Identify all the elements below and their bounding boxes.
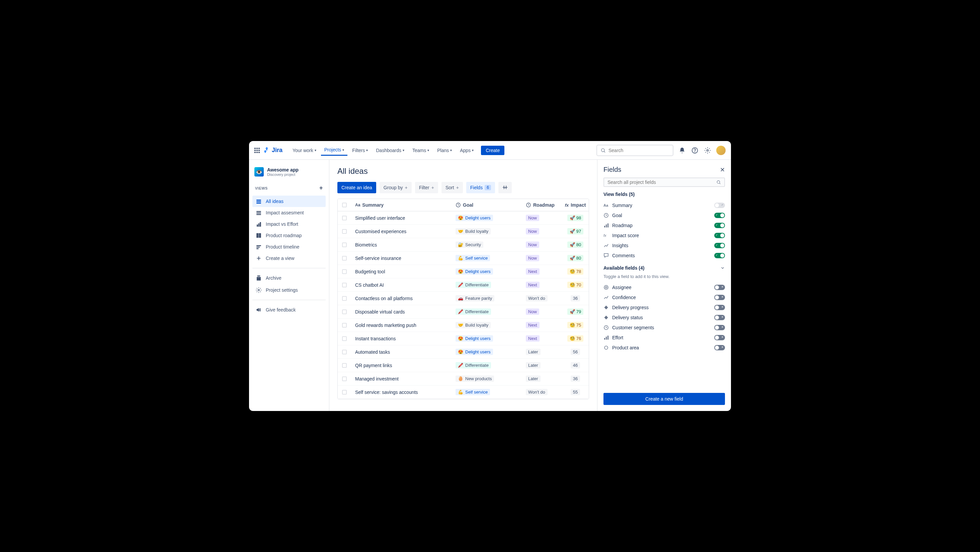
field-toggle[interactable]: ✓	[714, 243, 725, 248]
table-row[interactable]: Biometrics🔐SecurityNow🚀80	[338, 238, 589, 252]
roadmap-tag[interactable]: Next	[526, 282, 539, 288]
row-checkbox[interactable]	[342, 377, 347, 381]
automation-button[interactable]	[498, 182, 512, 193]
row-checkbox[interactable]	[342, 310, 347, 314]
table-row[interactable]: Instant transactions😍Delight usersNext🧐7…	[338, 332, 589, 345]
group-by-button[interactable]: Group by+	[380, 182, 412, 193]
roadmap-tag[interactable]: Later	[526, 375, 541, 382]
table-row[interactable]: Managed investment🥚New productsLater36	[338, 372, 589, 386]
row-checkbox[interactable]	[342, 216, 347, 220]
row-checkbox[interactable]	[342, 283, 347, 287]
field-toggle[interactable]: ✕	[714, 315, 725, 320]
goal-tag[interactable]: 🖍️Differentiate	[455, 362, 491, 369]
sidebar-view-impact-vs-effort[interactable]: Impact vs Effort	[252, 219, 326, 230]
row-checkbox[interactable]	[342, 390, 347, 394]
nav-your-work[interactable]: Your work▾	[289, 145, 320, 156]
row-checkbox[interactable]	[342, 229, 347, 234]
row-checkbox[interactable]	[342, 269, 347, 274]
goal-tag[interactable]: 💪Self service	[455, 255, 490, 261]
col-roadmap[interactable]: Roadmap	[522, 199, 562, 211]
global-search[interactable]	[597, 145, 673, 156]
create-idea-button[interactable]: Create an idea	[337, 182, 376, 193]
roadmap-tag[interactable]: Next	[526, 322, 539, 328]
row-checkbox[interactable]	[342, 256, 347, 261]
table-row[interactable]: Gold rewards marketing push🤝Build loyalt…	[338, 319, 589, 332]
roadmap-tag[interactable]: Next	[526, 335, 539, 341]
roadmap-tag[interactable]: Later	[526, 362, 541, 369]
project-header[interactable]: 👁️ Awesome app Discovery project	[252, 166, 326, 178]
field-toggle[interactable]: ✕	[714, 285, 725, 290]
sidebar-view-impact-assesment[interactable]: Impact assesment	[252, 207, 326, 219]
goal-tag[interactable]: 😍Delight users	[455, 268, 493, 274]
goal-tag[interactable]: 🥚New products	[455, 375, 494, 382]
col-summary[interactable]: AaSummary	[351, 199, 452, 211]
close-icon[interactable]: ✕	[720, 166, 725, 174]
table-row[interactable]: Contactless on all platforms🚗Feature par…	[338, 292, 589, 305]
table-row[interactable]: Self service: savings accounts💪Self serv…	[338, 386, 589, 399]
row-checkbox[interactable]	[342, 296, 347, 301]
goal-tag[interactable]: 😍Delight users	[455, 349, 493, 355]
jira-logo[interactable]: Jira	[264, 147, 283, 154]
row-checkbox[interactable]	[342, 350, 347, 354]
row-checkbox[interactable]	[342, 363, 347, 368]
sort-button[interactable]: Sort+	[441, 182, 463, 193]
row-checkbox[interactable]	[342, 336, 347, 341]
nav-plans[interactable]: Plans▾	[434, 145, 455, 156]
sidebar-view-create-a-view[interactable]: Create a view	[252, 252, 326, 264]
sidebar-view-all-ideas[interactable]: All ideas	[252, 196, 326, 207]
add-view-icon[interactable]: +	[319, 185, 323, 191]
table-row[interactable]: Budgeting tool😍Delight usersNext🧐78	[338, 265, 589, 278]
field-toggle[interactable]: ✓	[714, 253, 725, 258]
row-checkbox[interactable]	[342, 242, 347, 247]
sidebar-feedback[interactable]: Give feedback	[252, 304, 326, 316]
goal-tag[interactable]: 🤝Build loyalty	[455, 228, 491, 235]
goal-tag[interactable]: 😍Delight users	[455, 335, 493, 341]
app-switcher-icon[interactable]	[255, 148, 260, 153]
select-all-checkbox[interactable]	[342, 203, 347, 207]
table-row[interactable]: Automated tasks😍Delight usersLater56	[338, 345, 589, 359]
table-row[interactable]: Self-service insurance💪Self serviceNow🚀8…	[338, 252, 589, 265]
row-checkbox[interactable]	[342, 323, 347, 327]
nav-teams[interactable]: Teams▾	[409, 145, 433, 156]
nav-projects[interactable]: Projects▾	[321, 145, 348, 156]
fields-search[interactable]	[603, 177, 725, 187]
goal-tag[interactable]: 💪Self service	[455, 389, 490, 395]
create-field-button[interactable]: Create a new field	[603, 393, 725, 405]
roadmap-tag[interactable]: Won't do	[526, 389, 547, 395]
user-avatar[interactable]	[716, 146, 725, 155]
field-toggle[interactable]: ✕	[714, 305, 725, 310]
goal-tag[interactable]: 😍Delight users	[455, 215, 493, 221]
roadmap-tag[interactable]: Now	[526, 215, 539, 221]
sidebar-view-product-roadmap[interactable]: Product roadmap	[252, 230, 326, 241]
filter-button[interactable]: Filter+	[415, 182, 438, 193]
nav-dashboards[interactable]: Dashboards▾	[372, 145, 408, 156]
table-row[interactable]: CS chatbot AI🖍️DifferentiateNext🧐70	[338, 278, 589, 292]
sidebar-settings[interactable]: Project settings	[252, 284, 326, 296]
notifications-icon[interactable]	[678, 146, 686, 155]
nav-filters[interactable]: Filters▾	[349, 145, 371, 156]
col-goal[interactable]: Goal	[452, 199, 522, 211]
table-row[interactable]: Customised experiences🤝Build loyaltyNow🚀…	[338, 225, 589, 238]
field-toggle[interactable]: ✕	[714, 345, 725, 350]
goal-tag[interactable]: 🔐Security	[455, 241, 483, 248]
roadmap-tag[interactable]: Won't do	[526, 295, 547, 302]
table-row[interactable]: QR payment links🖍️DifferentiateLater46	[338, 359, 589, 372]
nav-apps[interactable]: Apps▾	[457, 145, 477, 156]
table-row[interactable]: Disposable virtual cards🖍️DifferentiateN…	[338, 305, 589, 319]
settings-icon[interactable]	[703, 146, 711, 155]
help-icon[interactable]	[691, 146, 699, 155]
field-toggle[interactable]: ✕	[714, 295, 725, 300]
sidebar-view-product-timeline[interactable]: Product timeline	[252, 241, 326, 252]
sidebar-archive[interactable]: Archive	[252, 272, 326, 284]
roadmap-tag[interactable]: Later	[526, 349, 541, 355]
fields-search-input[interactable]	[608, 180, 716, 185]
goal-tag[interactable]: 🖍️Differentiate	[455, 282, 491, 288]
field-toggle[interactable]: ✓	[714, 233, 725, 238]
table-row[interactable]: Simplified user interface😍Delight usersN…	[338, 211, 589, 225]
roadmap-tag[interactable]: Now	[526, 308, 539, 315]
field-toggle[interactable]: ✓	[714, 213, 725, 218]
goal-tag[interactable]: 🤝Build loyalty	[455, 322, 491, 328]
available-fields-header[interactable]: Available fields (4)	[603, 265, 725, 271]
field-toggle[interactable]: ✓	[714, 223, 725, 228]
roadmap-tag[interactable]: Next	[526, 268, 539, 274]
